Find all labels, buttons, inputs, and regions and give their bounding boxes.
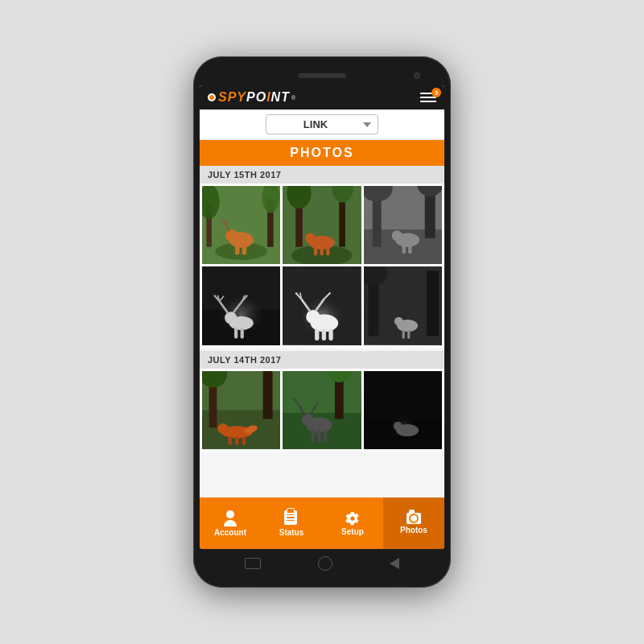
svg-rect-76: [235, 436, 238, 445]
status-icon: [284, 510, 299, 526]
camera-selector-bar: LINK: [200, 109, 444, 140]
account-icon: [224, 510, 237, 526]
photo-grid-july15: [200, 184, 444, 348]
svg-point-74: [217, 423, 228, 434]
svg-point-84: [302, 414, 314, 426]
phone-nav-recent-apps: [245, 558, 261, 569]
logo-tm: ®: [291, 95, 295, 101]
phone-screen: SPYPOINT ® 3 LINK PHOTOS JULY 1: [200, 85, 444, 549]
svg-rect-33: [408, 244, 411, 254]
svg-rect-85: [312, 430, 315, 442]
logo-o-accent: O: [256, 90, 266, 104]
svg-rect-32: [402, 244, 405, 254]
svg-rect-54: [329, 329, 333, 341]
svg-rect-40: [241, 328, 244, 339]
phone-home-button[interactable]: [318, 556, 332, 571]
photo-svg-8: [283, 371, 361, 449]
front-camera: [414, 72, 420, 79]
photo-svg-3: [364, 186, 442, 264]
svg-point-5: [225, 229, 237, 242]
photo-svg-4: [202, 266, 280, 345]
logo-dot: [208, 93, 216, 101]
svg-rect-77: [242, 436, 246, 445]
phone-back-button[interactable]: [390, 558, 399, 569]
svg-rect-71: [263, 371, 273, 419]
photo-thumb-8[interactable]: [283, 371, 361, 449]
camera-selected-value: LINK: [303, 118, 328, 130]
photo-thumb-5[interactable]: [283, 266, 361, 345]
svg-rect-86: [318, 430, 321, 442]
phone-bottom-bar: [200, 549, 444, 578]
svg-rect-53: [322, 329, 326, 341]
photo-thumb-1[interactable]: [202, 186, 280, 264]
setup-icon: [345, 511, 360, 526]
bottom-nav: Account Status: [200, 497, 444, 549]
camera-dropdown[interactable]: LINK: [266, 114, 378, 134]
photo-thumb-7[interactable]: [202, 371, 280, 449]
svg-point-20: [305, 233, 316, 243]
photo-svg-7: [202, 371, 280, 449]
nav-label-photos: Photos: [400, 526, 427, 535]
menu-bar-3: [420, 101, 436, 102]
photo-thumb-4[interactable]: [202, 266, 280, 345]
photo-svg-1: [202, 186, 280, 264]
app-header: SPYPOINT ® 3: [200, 85, 444, 109]
clipboard-line-2: [287, 517, 295, 518]
photo-svg-6: [364, 266, 442, 345]
speaker: [298, 73, 346, 78]
menu-badge: 3: [431, 88, 441, 97]
photo-thumb-3[interactable]: [364, 186, 442, 264]
svg-rect-75: [228, 436, 231, 445]
camera-icon: [407, 513, 421, 524]
svg-point-51: [307, 310, 320, 324]
person-head: [226, 510, 234, 518]
gear-svg: [345, 511, 360, 526]
svg-point-38: [225, 312, 237, 324]
logo: SPYPOINT ®: [208, 90, 295, 105]
nav-label-status: Status: [279, 528, 304, 537]
date-header-july14: JULY 14TH 2017: [200, 351, 444, 369]
svg-rect-23: [326, 247, 329, 256]
person-body: [224, 520, 237, 526]
photos-nav-icon: [407, 513, 421, 524]
nav-item-photos[interactable]: Photos: [383, 497, 444, 549]
svg-rect-67: [407, 330, 410, 339]
dropdown-arrow-icon: [363, 122, 371, 127]
svg-point-65: [394, 317, 403, 326]
svg-point-95: [393, 421, 402, 430]
clipboard-icon: [284, 510, 297, 525]
photos-content[interactable]: JULY 15TH 2017: [200, 166, 444, 497]
svg-rect-39: [234, 328, 237, 339]
photo-thumb-2[interactable]: [283, 186, 361, 264]
phone-frame: SPYPOINT ® 3 LINK PHOTOS JULY 1: [193, 56, 451, 588]
menu-button[interactable]: 3: [420, 93, 436, 102]
date-section-july15: JULY 15TH 2017: [200, 166, 444, 348]
photo-grid-july14: [200, 369, 444, 452]
photo-thumb-9[interactable]: [364, 371, 442, 449]
svg-rect-52: [315, 329, 319, 341]
svg-rect-4: [242, 244, 246, 254]
photo-svg-2: [283, 186, 361, 264]
svg-rect-62: [427, 271, 439, 336]
svg-rect-21: [314, 247, 317, 256]
svg-rect-22: [320, 247, 324, 256]
date-section-july14: JULY 14TH 2017: [200, 351, 444, 452]
svg-rect-3: [235, 244, 239, 254]
clipboard-lines: [284, 510, 297, 524]
photo-svg-5: [283, 266, 361, 345]
phone-top-bar: [200, 66, 444, 85]
photo-thumb-6[interactable]: [364, 266, 442, 345]
svg-rect-87: [324, 430, 327, 442]
clipboard-line-3: [287, 520, 295, 522]
nav-item-status[interactable]: Status: [261, 497, 322, 549]
nav-label-account: Account: [214, 528, 246, 537]
logo-spy: SPY: [218, 90, 246, 104]
nav-item-setup[interactable]: Setup: [322, 497, 383, 549]
svg-rect-66: [402, 330, 404, 339]
nav-item-account[interactable]: Account: [200, 497, 261, 549]
nav-label-setup: Setup: [341, 527, 364, 536]
page-title: PHOTOS: [200, 140, 444, 166]
logo-text: SPYPOINT: [218, 90, 290, 105]
date-header-july15: JULY 15TH 2017: [200, 166, 444, 184]
clipboard-line-1: [287, 514, 295, 516]
